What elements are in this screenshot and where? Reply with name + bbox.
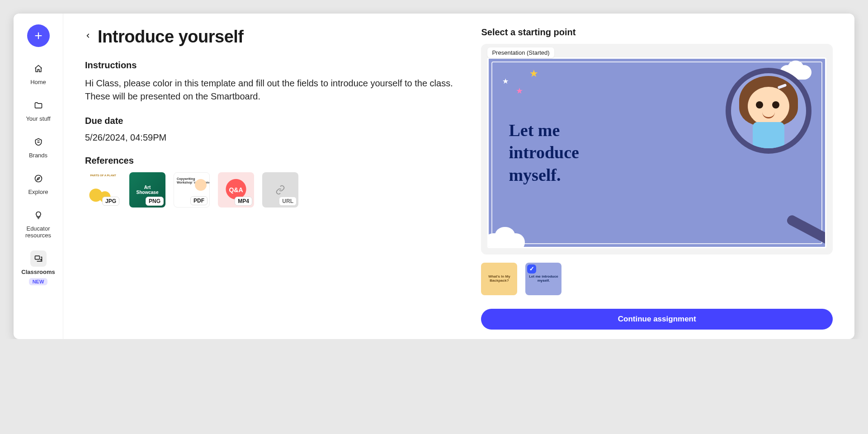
starting-point-preview-container: Presentation (Started) ★ ★ ★ Let me intr…: [481, 44, 833, 255]
sidebar-item-brands[interactable]: Brands: [18, 132, 59, 160]
create-button[interactable]: [27, 24, 50, 47]
starting-point-preview[interactable]: ★ ★ ★ Let me introduce myself.: [487, 57, 826, 248]
reference-pdf[interactable]: PDF: [174, 172, 210, 208]
main-content: Introduce yourself Instructions Hi Class…: [63, 14, 854, 339]
new-badge: NEW: [29, 278, 48, 285]
reference-url[interactable]: URL: [262, 172, 298, 208]
template-thumbnails: What's In My Backpack? Let me introduce …: [481, 263, 833, 295]
thumbnail-title: What's In My Backpack?: [481, 273, 517, 285]
star-icon: ★: [502, 77, 509, 85]
sidebar-item-classrooms[interactable]: Classrooms NEW: [18, 249, 59, 287]
sidebar-item-your-stuff[interactable]: Your stuff: [18, 95, 59, 124]
sidebar-item-label: Your stuff: [26, 115, 50, 122]
reference-mp4[interactable]: MP4: [218, 172, 254, 208]
reference-type-badge: MP4: [235, 197, 252, 206]
magnifying-glass-handle: [785, 213, 826, 248]
reference-type-badge: PNG: [146, 197, 164, 206]
template-thumbnail[interactable]: What's In My Backpack?: [481, 263, 517, 295]
svg-point-0: [35, 175, 42, 182]
references-label: References: [85, 156, 454, 166]
sidebar-item-label: Brands: [29, 152, 47, 159]
nav-list: Home Your stuff Brands Explore: [14, 59, 63, 287]
due-date-value: 5/26/2024, 04:59PM: [85, 132, 454, 143]
sidebar-item-educator-resources[interactable]: Educator resources: [18, 205, 59, 241]
svg-rect-1: [35, 256, 39, 259]
cloud-icon: [487, 233, 525, 248]
back-button[interactable]: [85, 31, 91, 43]
sidebar-item-home[interactable]: Home: [18, 59, 59, 87]
sidebar: Home Your stuff Brands Explore: [14, 14, 63, 339]
thumbnail-title: Let me introduce myself.: [525, 275, 561, 283]
plus-icon: [33, 31, 43, 41]
svg-point-2: [40, 259, 41, 260]
sidebar-item-label: Home: [30, 79, 46, 85]
folder-icon: [30, 97, 47, 113]
sidebar-item-label: Classrooms: [21, 269, 55, 275]
chevron-left-icon: [85, 31, 91, 41]
preview-text: Let me introduce myself.: [489, 119, 579, 186]
compass-icon: [30, 170, 47, 187]
sidebar-item-label: Educator resources: [18, 225, 59, 239]
home-icon: [30, 61, 47, 77]
magnifying-glass-icon: [726, 68, 811, 154]
reference-png[interactable]: PNG: [129, 172, 165, 208]
reference-type-badge: JPG: [102, 197, 119, 206]
reference-type-badge: PDF: [190, 196, 208, 205]
link-icon: [275, 185, 285, 195]
reference-type-badge: URL: [279, 197, 297, 206]
references-list: JPG PNG PDF MP4 URL: [85, 172, 454, 208]
due-date-label: Due date: [85, 116, 454, 126]
classroom-icon: [30, 250, 47, 267]
girl-illustration: [737, 71, 800, 148]
star-icon: ★: [529, 68, 538, 80]
star-icon: ★: [516, 86, 523, 96]
brand-icon: [30, 134, 47, 150]
app-frame: Home Your stuff Brands Explore: [14, 14, 854, 339]
continue-assignment-button[interactable]: Continue assignment: [481, 309, 833, 330]
instructions-body: Hi Class, please color in this template …: [85, 77, 454, 103]
lightbulb-icon: [30, 207, 47, 223]
sidebar-item-explore[interactable]: Explore: [18, 169, 59, 197]
details-column: Introduce yourself Instructions Hi Class…: [85, 27, 454, 330]
reference-jpg[interactable]: JPG: [85, 172, 121, 208]
instructions-label: Instructions: [85, 60, 454, 71]
header-row: Introduce yourself: [85, 27, 454, 47]
sidebar-item-label: Explore: [28, 189, 48, 195]
status-badge: Presentation (Started): [487, 47, 554, 58]
starting-point-label: Select a starting point: [481, 27, 833, 38]
template-thumbnail-selected[interactable]: Let me introduce myself.: [525, 263, 561, 295]
page-title: Introduce yourself: [98, 27, 244, 47]
starting-point-column: Select a starting point Presentation (St…: [481, 27, 833, 330]
